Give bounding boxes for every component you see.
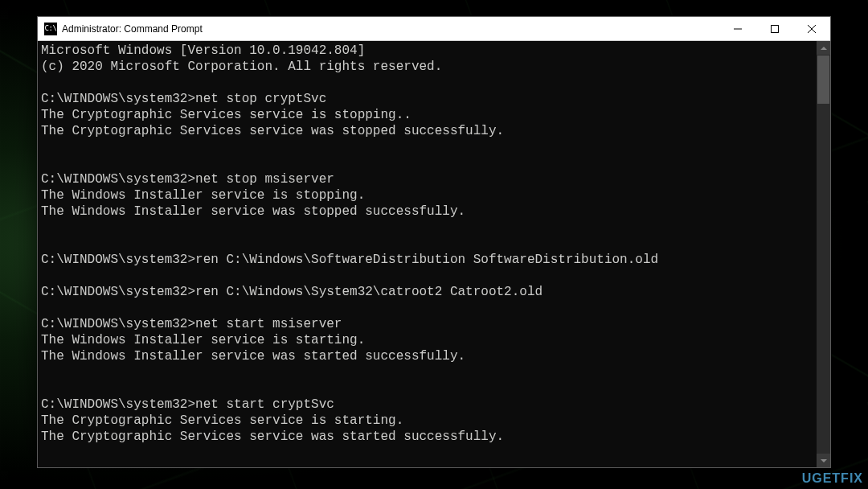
console-area[interactable]: Microsoft Windows [Version 10.0.19042.80… xyxy=(38,41,830,467)
minimize-button[interactable] xyxy=(719,17,756,40)
maximize-button[interactable] xyxy=(756,17,793,40)
watermark-text: UGETFIX xyxy=(802,471,863,486)
titlebar[interactable]: C:\ Administrator: Command Prompt xyxy=(38,17,830,41)
window-controls xyxy=(719,17,830,40)
scroll-up-arrow-icon[interactable] xyxy=(817,41,830,55)
scroll-thumb[interactable] xyxy=(817,55,829,104)
svg-marker-4 xyxy=(821,47,827,50)
svg-marker-5 xyxy=(821,459,827,462)
console-output: Microsoft Windows [Version 10.0.19042.80… xyxy=(38,41,830,446)
cmd-icon: C:\ xyxy=(44,23,57,35)
window-title: Administrator: Command Prompt xyxy=(62,23,203,35)
scroll-down-arrow-icon[interactable] xyxy=(817,454,830,467)
svg-rect-1 xyxy=(772,25,779,32)
command-prompt-window: C:\ Administrator: Command Prompt Micros… xyxy=(37,16,831,468)
close-button[interactable] xyxy=(793,17,830,40)
vertical-scrollbar[interactable] xyxy=(817,41,830,467)
